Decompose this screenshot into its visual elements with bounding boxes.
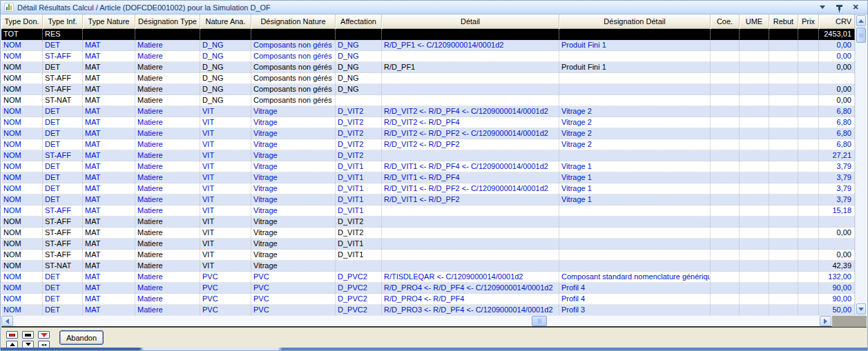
- column-header[interactable]: Détail: [382, 14, 559, 29]
- cell: MAT: [83, 139, 135, 150]
- cell: MAT: [83, 40, 135, 50]
- cell: ST-AFF: [43, 150, 83, 161]
- column-header[interactable]: Affectation: [336, 14, 382, 29]
- table-row[interactable]: TOTRES2453,01: [1, 29, 855, 40]
- cell: VIT: [200, 261, 251, 271]
- table-row[interactable]: NOMST-AFFMATMatiereVITVitrageD_VIT1: [1, 239, 855, 250]
- table-row[interactable]: NOMDETMATMatiereVITVitrageD_VIT2R/D_VIT2…: [1, 106, 855, 117]
- table-row[interactable]: NOMDETMATMatiereD_NGComposants non gérés…: [1, 62, 855, 73]
- table-row[interactable]: NOMDETMATMatierePVCPVCD_PVC2R/D_PRO3 <- …: [1, 305, 855, 315]
- column-header[interactable]: Type Inf.: [43, 14, 83, 29]
- cell: DET: [43, 305, 83, 315]
- cell: [559, 73, 711, 83]
- column-header[interactable]: Rebut: [769, 14, 798, 29]
- vertical-scroll-thumb[interactable]: [856, 28, 866, 43]
- horizontal-scrollbar[interactable]: [1, 315, 867, 328]
- nav-red-triangle-button[interactable]: [38, 331, 50, 339]
- record-nav-buttons: ◄►: [6, 331, 50, 348]
- column-header[interactable]: Désignation Type: [135, 14, 200, 29]
- cell: Composant standard nomenclature génériqu…: [559, 272, 711, 282]
- cell: [798, 51, 819, 61]
- table-row[interactable]: NOMDETMATMatierePVCPVCD_PVC2R/D_PRO4 <- …: [1, 283, 855, 294]
- pin-icon[interactable]: [835, 3, 843, 12]
- cell: [798, 40, 819, 50]
- table-row[interactable]: NOMST-AFFMATMatiereVITVitrageD_VIT20,00: [1, 228, 855, 239]
- table-row[interactable]: NOMST-NATMATMatiereVITVitrage42,39: [1, 261, 855, 272]
- window-menu-chevron-down-icon[interactable]: [818, 3, 827, 12]
- table-row[interactable]: NOMDETMATMatiereVITVitrageD_VIT2R/D_VIT2…: [1, 117, 855, 128]
- cell: PVC: [200, 283, 251, 293]
- results-grid: Type Don.Type Inf.Type NatureDésignation…: [1, 14, 855, 315]
- cell: Matiere: [135, 73, 200, 83]
- cell: Matiere: [135, 217, 200, 227]
- table-row[interactable]: NOMST-AFFMATMatiereD_NGComposants non gé…: [1, 84, 855, 95]
- table-row[interactable]: NOMST-AFFMATMatiereVITVitrageD_VIT227,21: [1, 150, 855, 161]
- column-header[interactable]: Coe.: [711, 14, 740, 29]
- cell: MAT: [83, 228, 135, 238]
- column-header[interactable]: Nature Ana.: [200, 14, 251, 29]
- scroll-up-icon[interactable]: [856, 15, 866, 26]
- table-row[interactable]: NOMDETMATMatiereVITVitrageD_VIT1R/D_VIT1…: [1, 161, 855, 172]
- cell: [740, 294, 769, 304]
- cell: D_NG: [200, 40, 251, 50]
- cell: D_VIT2: [336, 128, 382, 139]
- column-header[interactable]: Désignation Détail: [559, 14, 711, 29]
- vertical-scrollbar[interactable]: [855, 14, 867, 315]
- cell: ST-AFF: [43, 217, 83, 227]
- cell: Vitrage: [251, 250, 336, 260]
- table-row[interactable]: NOMST-AFFMATMatiereD_NGComposants non gé…: [1, 73, 855, 84]
- cell: Vitrage: [251, 106, 336, 117]
- black-bar-icon: [25, 334, 31, 337]
- scroll-left-icon[interactable]: [1, 316, 13, 326]
- table-row[interactable]: NOMST-AFFMATMatiereVITVitrageD_VIT2: [1, 217, 855, 228]
- cell: NOM: [1, 250, 43, 260]
- cell: ST-NAT: [43, 261, 83, 271]
- cell: VIT: [200, 194, 251, 205]
- cell: R/D_PF1 <- C/1209000014/0001d2: [382, 40, 559, 50]
- table-row[interactable]: NOMDETMATMatierePVCPVCD_PVC2R/TISDLEQAR …: [1, 272, 855, 283]
- cell: NOM: [1, 139, 43, 150]
- cell: 2453,01: [819, 29, 855, 39]
- cell: [769, 51, 798, 61]
- table-row[interactable]: NOMDETMATMatierePVCPVCD_PVC2R/D_PRO4 <- …: [1, 294, 855, 305]
- cell: RES: [43, 29, 83, 39]
- footer-toolbar: ◄► Abandon: [1, 328, 867, 348]
- column-header[interactable]: UME: [740, 14, 769, 29]
- cell: [740, 84, 769, 94]
- table-row[interactable]: NOMDETMATMatiereD_NGComposants non gérés…: [1, 40, 855, 51]
- abandon-button[interactable]: Abandon: [59, 330, 104, 345]
- cell: VIT: [200, 139, 251, 150]
- title-bar[interactable]: Détail Résultats Calcul / Article (DOFCD…: [1, 1, 867, 14]
- cell: [798, 205, 819, 216]
- table-row[interactable]: NOMST-NATMATMatiereD_NGComposants non gé…: [1, 95, 855, 106]
- column-header[interactable]: Type Nature: [83, 14, 135, 29]
- cell: [559, 84, 711, 94]
- column-header[interactable]: CRV: [819, 14, 855, 29]
- column-header[interactable]: Type Don.: [1, 14, 43, 29]
- cell: [798, 194, 819, 205]
- column-header[interactable]: Prix: [798, 14, 819, 29]
- cell: NOM: [1, 172, 43, 183]
- cell: [559, 261, 711, 271]
- table-row[interactable]: NOMDETMATMatiereVITVitrageD_VIT1R/D_VIT1…: [1, 172, 855, 183]
- column-header[interactable]: Désignation Nature: [251, 14, 336, 29]
- horizontal-scroll-thumb[interactable]: [532, 316, 547, 326]
- table-row[interactable]: NOMDETMATMatiereVITVitrageD_VIT2R/D_VIT2…: [1, 128, 855, 139]
- table-row[interactable]: NOMDETMATMatiereVITVitrageD_VIT1R/D_VIT1…: [1, 194, 855, 205]
- nav-red-bar-button[interactable]: [6, 331, 18, 339]
- cell: NOM: [1, 106, 43, 117]
- table-row[interactable]: NOMST-AFFMATMatiereVITVitrageD_VIT10,00: [1, 250, 855, 261]
- cell: ST-AFF: [43, 51, 83, 61]
- cell: R/D_VIT2 <- R/D_PF4: [382, 117, 559, 128]
- close-icon[interactable]: ✕: [851, 3, 860, 12]
- cell: 3,79: [819, 183, 855, 194]
- table-row[interactable]: NOMST-AFFMATMatiereD_NGComposants non gé…: [1, 51, 855, 62]
- nav-black-bar-button[interactable]: [22, 331, 34, 339]
- cell: 132,00: [819, 272, 855, 282]
- scroll-down-icon[interactable]: [856, 303, 866, 314]
- scroll-right-icon[interactable]: [820, 316, 831, 326]
- table-row[interactable]: NOMST-AFFMATMatiereVITVitrageD_VIT115,18: [1, 205, 855, 217]
- table-row[interactable]: NOMDETMATMatiereVITVitrageD_VIT1R/D_VIT1…: [1, 183, 855, 194]
- cell: [740, 305, 769, 315]
- table-row[interactable]: NOMDETMATMatiereVITVitrageD_VIT2R/D_VIT2…: [1, 139, 855, 150]
